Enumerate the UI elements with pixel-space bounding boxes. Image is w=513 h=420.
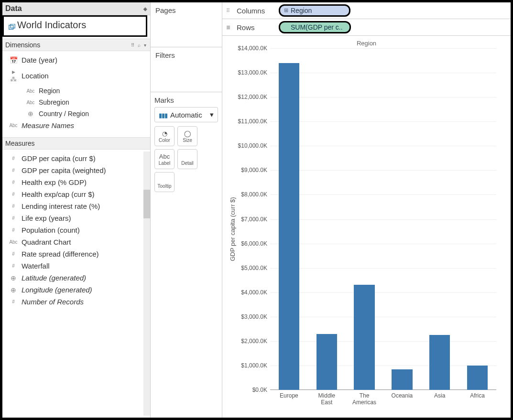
mark-card-label: Label	[159, 161, 170, 166]
dimension-field[interactable]: AbcRegion	[2, 85, 150, 97]
gridline	[270, 366, 496, 366]
field-label: Waterfall	[22, 262, 50, 270]
data-tab-menu-icon[interactable]: ◈	[143, 6, 147, 11]
dimension-field[interactable]: ▸ ⁂Location	[2, 66, 150, 85]
gridline	[270, 146, 496, 146]
y-tick-label: $13,000.0K	[238, 69, 270, 76]
measure-field[interactable]: #GDP per capita (curr $)	[2, 152, 150, 164]
y-tick-label: $4,000.0K	[241, 289, 270, 296]
mark-card-label: Size	[183, 138, 192, 143]
field-label: Rate spread (difference)	[22, 250, 98, 258]
y-tick-label: $12,000.0K	[238, 94, 270, 100]
marks-title: Marks	[154, 96, 218, 104]
measures-title: Measures	[5, 140, 34, 147]
plot[interactable]: $0.0K$1,000.0K$2,000.0K$3,000.0K$4,000.0…	[270, 48, 496, 390]
measure-field[interactable]: #Rate spread (difference)	[2, 248, 150, 260]
data-tab-header[interactable]: Data ◈	[2, 2, 150, 15]
measure-field[interactable]: #Health exp/cap (curr $)	[2, 188, 150, 200]
svg-rect-1	[11, 24, 15, 28]
field-label: Quadrant Chart	[22, 238, 71, 246]
x-tick-label: Asia	[434, 390, 445, 399]
field-label: Country / Region	[39, 110, 89, 118]
measure-field[interactable]: ⊕Latitude (generated)	[2, 272, 150, 284]
measure-field[interactable]: ⊕Longitude (generated)	[2, 284, 150, 296]
measure-field[interactable]: #Lending interest rate (%)	[2, 200, 150, 212]
columns-icon: ⠿	[226, 8, 233, 14]
field-label: Region	[39, 87, 60, 95]
label-icon: Abc	[159, 153, 170, 161]
gridline	[270, 244, 496, 244]
y-tick-label: $10,000.0K	[238, 142, 270, 149]
dimensions-tools[interactable]: ⠿ ⌕ ▾	[131, 43, 147, 48]
mark-card-size[interactable]: ◯Size	[177, 126, 197, 146]
mark-card-label: Tooltip	[158, 183, 172, 189]
measures-scroll-thumb[interactable]	[143, 190, 150, 218]
field-label: Location	[22, 72, 49, 80]
dimensions-list: 📅Date (year)▸ ⁂LocationAbcRegionAbcSubre…	[2, 51, 150, 137]
measure-field[interactable]: #Health exp (% GDP)	[2, 176, 150, 188]
dimensions-header: Dimensions ⠿ ⌕ ▾	[2, 39, 150, 51]
columns-shelf[interactable]: ⠿ Columns ⊞ Region	[222, 2, 511, 19]
datasource-name: World Indicators	[17, 20, 86, 31]
bar-oceania[interactable]	[392, 369, 412, 390]
gridline	[270, 97, 496, 97]
bar-the-americas[interactable]	[354, 285, 374, 390]
gridline	[270, 219, 496, 220]
filters-shelf[interactable]: Filters	[151, 47, 222, 92]
y-tick-label: $1,000.0K	[241, 362, 270, 369]
datasource-row[interactable]: World Indicators	[2, 15, 147, 37]
x-axis	[270, 389, 496, 390]
mark-type-select[interactable]: ▮▮▮Automatic ▾	[154, 107, 218, 122]
dimension-field[interactable]: AbcMeasure Names	[2, 119, 150, 131]
columns-pill-region[interactable]: ⊞ Region	[279, 4, 350, 17]
mark-card-label[interactable]: AbcLabel	[154, 149, 175, 169]
size-icon: ◯	[184, 130, 191, 138]
rows-pill-gdp[interactable]: SUM(GDP per c..	[279, 21, 351, 33]
dimension-field[interactable]: 📅Date (year)	[2, 54, 150, 66]
mark-card-detail[interactable]: Detail	[177, 149, 197, 169]
measure-field[interactable]: #Number of Records	[2, 296, 150, 308]
y-tick-label: $3,000.0K	[241, 313, 270, 320]
field-label: Date (year)	[22, 56, 57, 64]
y-tick-label: $7,000.0K	[241, 216, 270, 223]
measure-field[interactable]: #Waterfall	[2, 260, 150, 272]
datasource-icon	[9, 22, 15, 29]
mark-card-tooltip[interactable]: Tooltip	[154, 172, 175, 192]
gridline	[270, 121, 496, 122]
y-tick-label: $14,000.0K	[238, 45, 270, 52]
mark-type-value: Automatic	[170, 111, 202, 119]
columns-label: Columns	[237, 7, 275, 15]
dimension-field[interactable]: AbcSubregion	[2, 97, 150, 108]
dimensions-title: Dimensions	[5, 41, 40, 49]
measure-field[interactable]: #GDP per capita (weighted)	[2, 164, 150, 176]
columns-pill-text: Region	[291, 7, 312, 14]
shelves-pane: Pages Filters Marks ▮▮▮Automatic ▾ ◔Colo…	[151, 2, 222, 418]
measures-list-box: #GDP per capita (curr $)#GDP per capita …	[2, 150, 150, 418]
field-label: Longitude (generated)	[22, 286, 92, 294]
chart-area: Region GDP per capita (curr $) $0.0K$1,0…	[222, 36, 511, 418]
pages-shelf[interactable]: Pages	[151, 2, 222, 47]
measures-header: Measures	[2, 137, 150, 150]
mark-card-color[interactable]: ◔Color	[154, 126, 175, 146]
dimension-field[interactable]: ⊕Country / Region	[2, 108, 150, 119]
x-tick-label: TheAmericas	[352, 390, 376, 406]
bar-africa[interactable]	[467, 366, 488, 390]
bar-europe[interactable]	[279, 63, 299, 390]
rows-shelf[interactable]: ≣ Rows SUM(GDP per c..	[222, 19, 511, 36]
y-tick-label: $11,000.0K	[238, 118, 270, 125]
bar-asia[interactable]	[429, 335, 450, 390]
expand-icon[interactable]: ⊞	[284, 7, 288, 13]
measure-field[interactable]: #Population (count)	[2, 224, 150, 236]
viz-pane: ⠿ Columns ⊞ Region ≣ Rows SUM(GDP per c.…	[222, 2, 511, 418]
field-label: Lending interest rate (%)	[22, 202, 100, 210]
measure-field[interactable]: AbcQuadrant Chart	[2, 236, 150, 248]
y-axis-title: GDP per capita (curr $)	[229, 197, 236, 261]
gridline	[270, 390, 496, 390]
gridline	[270, 170, 496, 171]
measures-scrollbar[interactable]	[143, 151, 150, 416]
chevron-down-icon: ▾	[210, 110, 214, 119]
chart-title: Region	[357, 40, 376, 47]
y-tick-label: $9,000.0K	[241, 167, 270, 173]
bar-middle-east[interactable]	[317, 334, 337, 390]
measure-field[interactable]: #Life exp (years)	[2, 212, 150, 224]
